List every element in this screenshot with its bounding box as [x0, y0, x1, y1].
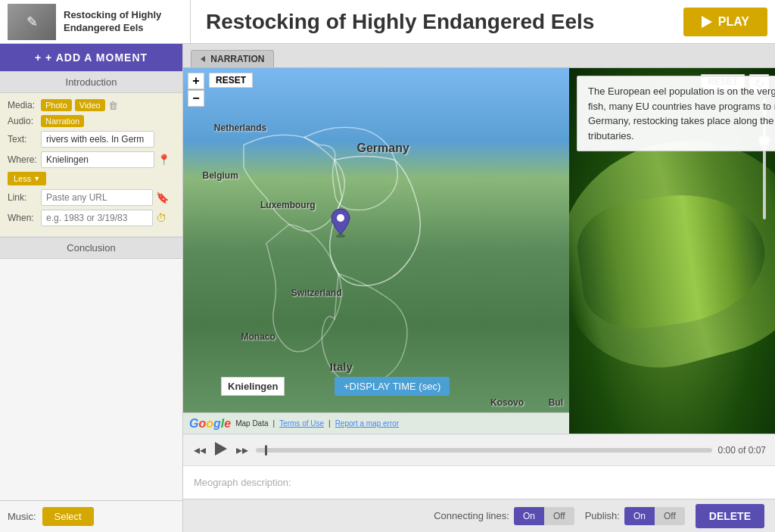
- when-label: When:: [8, 213, 38, 223]
- play-triangle-icon: [702, 16, 712, 28]
- video-badge[interactable]: Video: [75, 99, 105, 111]
- edit-icon: ✎: [26, 14, 38, 30]
- map-controls: + −: [188, 73, 204, 107]
- where-row: Where: 📍: [8, 151, 175, 168]
- bul-label: Bul: [549, 397, 563, 408]
- zoom-out-button[interactable]: −: [188, 90, 204, 107]
- map-location-label: Knielingen: [221, 377, 285, 396]
- link-row: Link: 🔖: [8, 189, 175, 206]
- text-row: Text:: [8, 131, 175, 148]
- switzerland-label: Switzerland: [291, 288, 342, 298]
- map-reset-button-top[interactable]: RESET: [209, 73, 253, 88]
- germany-label: Germany: [357, 142, 409, 155]
- report-link[interactable]: Report a map error: [335, 419, 399, 428]
- narration-badge[interactable]: Narration: [41, 115, 84, 127]
- connecting-lines-label: Connecting lines:: [434, 510, 509, 521]
- sidebar-scroll: + + ADD A MOMENT Introduction Media: Pho…: [0, 44, 182, 500]
- page-title: Restocking of Highly Endangered Eels: [206, 10, 668, 34]
- publish-on-button[interactable]: On: [624, 507, 655, 525]
- connecting-lines-group: Connecting lines: On Off: [434, 507, 574, 525]
- top-bar: ✎ Restocking of Highly Endangered Eels R…: [0, 0, 775, 44]
- kosovo-label: Kosovo: [490, 397, 524, 408]
- sidebar-footer: Music: Select: [0, 500, 182, 532]
- progress-head: [265, 445, 267, 456]
- map-data-text: Map Data: [235, 419, 268, 428]
- music-label: Music:: [8, 511, 36, 522]
- media-row: Media: Photo Video 🗑: [8, 99, 175, 111]
- rewind-button[interactable]: ◂◂: [192, 441, 207, 459]
- thumbnail-image: ✎: [8, 4, 56, 40]
- netherlands-label: Netherlands: [214, 123, 266, 133]
- where-label: Where:: [8, 154, 38, 165]
- thumbnail[interactable]: ✎: [8, 4, 56, 40]
- play-icon: [215, 442, 227, 456]
- left-arrow-icon: [201, 56, 205, 62]
- bottom-bar: Connecting lines: On Off Publish: On Off…: [183, 499, 775, 532]
- link-input[interactable]: [41, 189, 153, 206]
- trash-icon[interactable]: 🗑: [108, 100, 118, 111]
- map-background: Netherlands Belgium Germany Luxembourg S…: [183, 68, 569, 434]
- location-icon[interactable]: 📍: [157, 154, 170, 166]
- google-logo: Google: [189, 417, 231, 431]
- play-pause-button[interactable]: [213, 440, 229, 460]
- play-button[interactable]: PLAY: [683, 8, 767, 36]
- terms-link[interactable]: Terms of Use: [279, 419, 324, 428]
- zoom-in-button[interactable]: +: [188, 73, 204, 89]
- luxembourg-label: Luxembourg: [260, 200, 316, 210]
- right-panel: NARRATION Netherlands: [183, 44, 775, 532]
- link-label: Link:: [8, 192, 38, 203]
- media-label: Media:: [8, 100, 38, 110]
- rewind-icon: ◂◂: [194, 443, 206, 456]
- intro-section-header: Introduction: [0, 71, 182, 93]
- fast-forward-icon: ▸▸: [236, 443, 248, 456]
- text-label: Text:: [8, 134, 38, 145]
- conclusion-section-header: Conclusion: [0, 237, 182, 259]
- bookmark-icon[interactable]: 🔖: [156, 191, 169, 204]
- top-bar-left: ✎ Restocking of Highly Endangered Eels: [8, 0, 191, 43]
- connecting-lines-off-button[interactable]: Off: [544, 507, 574, 525]
- pin-svg: [330, 207, 351, 238]
- connecting-lines-toggle: On Off: [514, 507, 574, 525]
- moment-editor: Media: Photo Video 🗑 Audio: Narration Te…: [0, 93, 182, 237]
- when-row: When: ⏱: [8, 210, 175, 226]
- sidebar-title: Restocking of Highly Endangered Eels: [64, 9, 182, 35]
- publish-label: Publish:: [585, 510, 620, 521]
- select-button[interactable]: Select: [42, 507, 94, 526]
- tooltip-text: The European eel population is on the ve…: [588, 86, 775, 142]
- delete-button[interactable]: DELETE: [696, 504, 764, 528]
- belgium-label: Belgium: [203, 170, 238, 181]
- where-input[interactable]: [41, 151, 154, 168]
- tab-bar: NARRATION: [183, 44, 775, 68]
- eel-area: RESET ↻ The European eel population is o…: [569, 68, 775, 434]
- main-content: + + ADD A MOMENT Introduction Media: Pho…: [0, 44, 775, 532]
- audio-row: Audio: Narration: [8, 115, 175, 127]
- description-bar: Meograph description:: [183, 465, 775, 499]
- time-display: 0:00 of 0:07: [718, 445, 766, 456]
- tooltip-box: The European eel population is on the ve…: [577, 76, 775, 151]
- text-input[interactable]: [41, 131, 154, 148]
- map-pin: [330, 207, 351, 240]
- connecting-lines-on-button[interactable]: On: [514, 507, 544, 525]
- description-input[interactable]: [294, 477, 764, 488]
- italy-label: Italy: [330, 360, 353, 373]
- add-moment-button[interactable]: + + ADD A MOMENT: [0, 44, 182, 71]
- main-title-area: Restocking of Highly Endangered Eels: [191, 10, 683, 34]
- less-button[interactable]: Less ▼: [8, 172, 46, 185]
- map-container[interactable]: Netherlands Belgium Germany Luxembourg S…: [183, 68, 569, 434]
- svg-point-1: [337, 214, 344, 222]
- publish-toggle: On Off: [624, 507, 685, 525]
- arrow-down-icon: ▼: [33, 175, 40, 182]
- sidebar: + + ADD A MOMENT Introduction Media: Pho…: [0, 44, 183, 532]
- publish-off-button[interactable]: Off: [655, 507, 685, 525]
- progress-track[interactable]: [256, 448, 712, 453]
- map-eel-area: Netherlands Belgium Germany Luxembourg S…: [183, 68, 775, 434]
- clock-icon[interactable]: ⏱: [156, 212, 167, 224]
- less-row: Less ▼: [8, 172, 175, 185]
- publish-group: Publish: On Off: [585, 507, 685, 525]
- display-time-button[interactable]: +DISPLAY TIME (sec): [335, 377, 450, 396]
- fast-forward-button[interactable]: ▸▸: [235, 441, 250, 459]
- when-input[interactable]: [41, 210, 153, 226]
- monaco-label: Monaco: [241, 331, 275, 342]
- narration-tab[interactable]: NARRATION: [191, 50, 274, 67]
- photo-badge[interactable]: Photo: [41, 99, 72, 111]
